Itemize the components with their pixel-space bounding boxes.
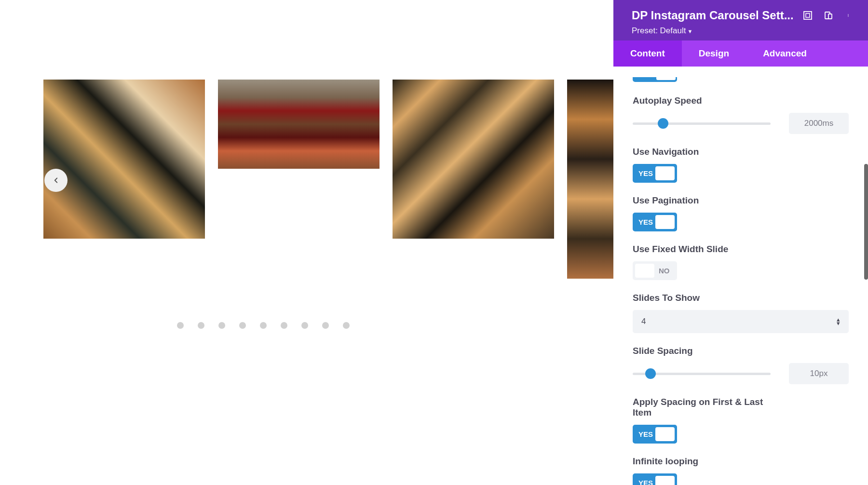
- svg-point-6: [848, 16, 848, 16]
- toggle-state: YES: [633, 430, 653, 438]
- carousel-pagination: [177, 322, 350, 329]
- toggle-knob: [655, 427, 675, 441]
- carousel-container: [43, 80, 613, 279]
- use-navigation-toggle[interactable]: YES: [633, 164, 677, 183]
- infinite-loop-toggle[interactable]: YES: [633, 473, 677, 485]
- pagination-dot[interactable]: [343, 322, 350, 329]
- slide-spacing-label: Slide Spacing: [633, 346, 849, 356]
- svg-rect-3: [828, 14, 832, 19]
- toggle-state: YES: [633, 479, 653, 485]
- carousel-prev-button[interactable]: [44, 169, 68, 192]
- pagination-dot[interactable]: [281, 322, 287, 329]
- autoplay-speed-value[interactable]: 2000ms: [789, 113, 849, 134]
- use-pagination-label: Use Pagination: [633, 195, 849, 206]
- pagination-dot[interactable]: [218, 322, 225, 329]
- responsive-icon[interactable]: [824, 11, 833, 20]
- module-title: DP Instagram Carousel Sett...: [632, 9, 796, 22]
- pagination-dot[interactable]: [322, 322, 329, 329]
- svg-rect-0: [804, 12, 812, 19]
- pagination-dot[interactable]: [260, 322, 267, 329]
- sidebar-header: DP Instagram Carousel Sett... Preset: De…: [613, 0, 868, 40]
- more-icon[interactable]: [845, 11, 854, 20]
- toggle-state: YES: [633, 169, 653, 177]
- svg-rect-1: [806, 13, 810, 17]
- slider-thumb[interactable]: [645, 368, 656, 379]
- slider-thumb[interactable]: [658, 118, 668, 129]
- preset-label: Preset: Default: [632, 26, 686, 35]
- settings-sidebar: DP Instagram Carousel Sett... Preset: De…: [613, 0, 868, 485]
- infinite-loop-label: Infinite looping: [633, 456, 849, 467]
- slide-spacing-slider[interactable]: [633, 373, 771, 375]
- pagination-dot[interactable]: [301, 322, 308, 329]
- settings-panel[interactable]: Autoplay Speed 2000ms Use Navigation YES…: [613, 67, 868, 485]
- chevron-left-icon: [52, 176, 60, 185]
- slides-to-show-label: Slides To Show: [633, 293, 849, 303]
- svg-point-5: [848, 15, 848, 15]
- toggle-state: YES: [633, 218, 653, 226]
- expand-icon[interactable]: [803, 11, 812, 20]
- pagination-dot[interactable]: [177, 322, 184, 329]
- tab-content[interactable]: Content: [613, 40, 682, 67]
- pagination-dot[interactable]: [198, 322, 204, 329]
- autoplay-speed-slider[interactable]: [633, 122, 771, 125]
- slide-spacing-value[interactable]: 10px: [789, 363, 849, 384]
- pagination-dot[interactable]: [239, 322, 246, 329]
- toggle-clipped[interactable]: [633, 77, 677, 82]
- svg-point-4: [848, 14, 848, 14]
- fixed-width-label: Use Fixed Width Slide: [633, 244, 849, 255]
- select-caret-icon: ▴▾: [837, 318, 840, 325]
- canvas-preview: [0, 0, 613, 485]
- autoplay-speed-label: Autoplay Speed: [633, 95, 849, 106]
- preset-selector[interactable]: Preset: Default▼: [632, 26, 854, 36]
- carousel-slide[interactable]: [393, 80, 554, 239]
- carousel-slide[interactable]: [218, 80, 380, 169]
- slides-to-show-select[interactable]: 4 ▴▾: [633, 310, 849, 333]
- apply-spacing-toggle[interactable]: YES: [633, 425, 677, 444]
- use-navigation-label: Use Navigation: [633, 147, 849, 157]
- tab-design[interactable]: Design: [682, 40, 746, 67]
- toggle-knob: [655, 476, 675, 485]
- carousel-slide[interactable]: [43, 80, 205, 239]
- toggle-knob: [655, 166, 675, 180]
- select-value: 4: [641, 317, 646, 326]
- use-pagination-toggle[interactable]: YES: [633, 213, 677, 231]
- toggle-knob: [635, 264, 654, 278]
- apply-spacing-label: Apply Spacing on First & Last Item: [633, 397, 768, 418]
- fixed-width-toggle[interactable]: NO: [633, 261, 677, 280]
- toggle-knob: [655, 215, 675, 229]
- carousel-slide[interactable]: [567, 80, 613, 279]
- tab-advanced[interactable]: Advanced: [746, 40, 824, 67]
- scrollbar-thumb[interactable]: [864, 164, 868, 280]
- settings-tabs: Content Design Advanced: [613, 40, 868, 67]
